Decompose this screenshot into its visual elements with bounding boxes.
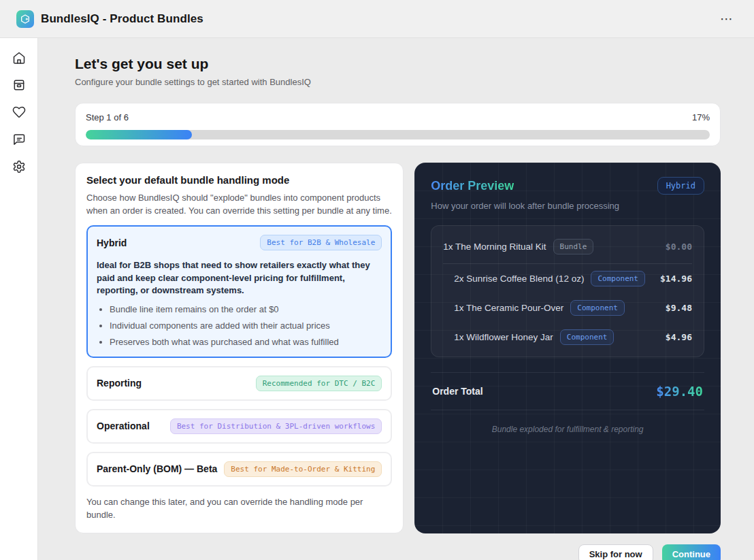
order-preview-card: Order Preview Hybrid How your order will… [414, 163, 721, 533]
item-price: $0.00 [666, 242, 692, 252]
main-content: Let's get you set up Configure your bund… [38, 38, 754, 560]
mode-option-reporting[interactable]: Reporting Recommended for DTC / B2C [86, 366, 392, 401]
settings-icon [12, 160, 26, 174]
mode-option-label: Operational [97, 421, 150, 431]
component-tag: Component [570, 300, 625, 316]
mode-option-label: Parent-Only (BOM) — Beta [97, 463, 217, 474]
component-tag: Component [591, 271, 645, 286]
sidebar-item-orders[interactable] [7, 74, 31, 96]
order-item-component: 2x Sunrise Coffee Blend (12 oz) Componen… [454, 264, 692, 293]
handling-mode-description: Choose how BundlesIQ should "explode" bu… [86, 191, 392, 217]
item-price: $14.96 [660, 274, 692, 284]
favorites-icon [12, 105, 26, 119]
app-header: BundlesIQ - Product Bundles ⋯ [0, 0, 754, 38]
order-preview-footnote: Bundle exploded for fulfillment & report… [431, 425, 704, 434]
component-tag: Component [560, 329, 614, 345]
order-item-component: 1x Wildflower Honey Jar Component $4.96 [454, 323, 692, 352]
bundle-tag: Bundle [553, 239, 594, 254]
progress-track [86, 130, 710, 139]
app-logo-icon [16, 10, 34, 28]
mode-option-badge: Best for B2B & Wholesale [260, 235, 382, 250]
item-price: $9.48 [666, 303, 692, 313]
bullet-item: Individual components are added with the… [110, 320, 382, 331]
order-total-row: Order Total $29.40 [431, 372, 704, 410]
order-item-component: 1x The Ceramic Pour-Over Component $9.48 [454, 293, 692, 323]
feedback-icon [12, 133, 26, 146]
item-name: 2x Sunrise Coffee Blend (12 oz) [454, 274, 584, 284]
orders-icon [12, 78, 26, 92]
mode-option-label: Reporting [97, 378, 142, 389]
mode-option-bullets: Bundle line item remains on the order at… [110, 304, 382, 347]
sidebar-item-favorites[interactable] [7, 101, 31, 123]
mode-option-label: Hybrid [97, 237, 127, 248]
item-price: $4.96 [666, 332, 692, 342]
app-title: BundlesIQ - Product Bundles [41, 12, 203, 26]
progress-step-label: Step 1 of 6 [86, 112, 129, 122]
mode-option-badge: Recommended for DTC / B2C [256, 376, 382, 391]
order-preview-subtitle: How your order will look after bundle pr… [431, 201, 704, 211]
mode-option-detail: Ideal for B2B shops that need to show re… [97, 259, 382, 297]
mode-option-badge: Best for Made-to-Order & Kitting [224, 461, 382, 477]
order-items-box: 1x The Morning Ritual Kit Bundle $0.00 2… [431, 225, 704, 357]
item-name: 1x The Morning Ritual Kit [443, 242, 546, 252]
progress-fill [86, 130, 192, 139]
footer-actions: Skip for now Continue [75, 544, 721, 560]
mode-option-operational[interactable]: Operational Best for Distribution & 3PL-… [86, 409, 392, 444]
page-title: Let's get you set up [75, 56, 721, 72]
item-name: 1x Wildflower Honey Jar [454, 332, 553, 342]
progress-percent-label: 17% [692, 112, 710, 122]
order-preview-title: Order Preview [431, 179, 514, 193]
home-icon [12, 51, 26, 65]
order-total-value: $29.40 [656, 384, 703, 399]
bullet-item: Bundle line item remains on the order at… [110, 304, 382, 314]
continue-button[interactable]: Continue [662, 544, 721, 560]
order-item-bundle: 1x The Morning Ritual Kit Bundle $0.00 [443, 235, 692, 264]
sidebar [0, 38, 38, 560]
page-subtitle: Configure your bundle settings to get st… [75, 77, 721, 87]
item-name: 1x The Ceramic Pour-Over [454, 303, 563, 313]
overflow-menu-icon[interactable]: ⋯ [716, 10, 738, 28]
preview-mode-badge: Hybrid [657, 177, 704, 195]
sidebar-item-settings[interactable] [7, 156, 31, 178]
sidebar-item-home[interactable] [7, 47, 31, 69]
bullet-item: Preserves both what was purchased and wh… [110, 337, 382, 347]
order-total-label: Order Total [432, 386, 482, 397]
mode-option-parent-only[interactable]: Parent-Only (BOM) — Beta Best for Made-t… [86, 452, 392, 487]
mode-option-badge: Best for Distribution & 3PL-driven workf… [170, 418, 382, 434]
sidebar-item-feedback[interactable] [7, 129, 31, 150]
handling-mode-footnote: You can change this later, and you can o… [86, 496, 392, 522]
skip-button[interactable]: Skip for now [578, 544, 653, 560]
handling-mode-card: Select your default bundle handling mode… [75, 163, 404, 533]
progress-card: Step 1 of 6 17% [75, 103, 721, 146]
mode-option-hybrid[interactable]: Hybrid Best for B2B & Wholesale Ideal fo… [86, 225, 392, 357]
handling-mode-title: Select your default bundle handling mode [86, 174, 392, 186]
